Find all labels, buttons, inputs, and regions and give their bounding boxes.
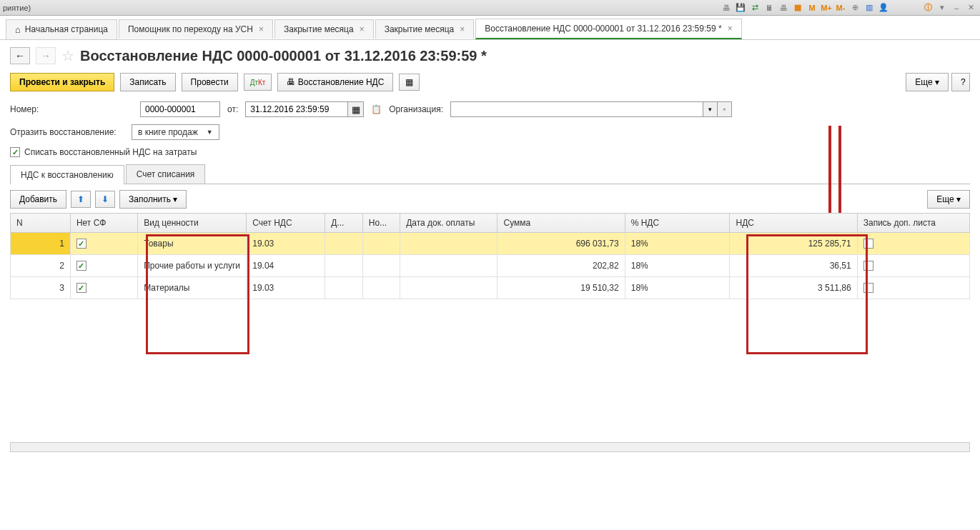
move-up-button[interactable]: ⬆ [71,191,91,208]
row-checkbox[interactable] [76,283,86,293]
debit-credit-button[interactable]: ДтКт [244,74,272,91]
back-button[interactable]: ← [10,47,30,64]
col-nds[interactable]: НДС [730,214,857,233]
row-rec-checkbox[interactable] [863,239,873,249]
info-icon[interactable]: ⓘ [921,1,934,14]
compare-icon[interactable]: ⇄ [748,1,761,14]
more-button[interactable]: Еще ▾ [906,73,949,91]
writeoff-checkbox[interactable] [10,147,20,157]
help-button[interactable]: ? [951,73,970,91]
number-input[interactable] [140,101,220,117]
close-icon[interactable]: × [259,24,264,34]
col-d[interactable]: Д... [325,214,362,233]
user-icon[interactable]: 👤 [877,1,890,14]
m-plus-icon[interactable]: M+ [820,1,833,14]
col-nosf[interactable]: Нет СФ [70,214,137,233]
dropdown-icon[interactable]: ▾ [936,1,949,14]
row-checkbox[interactable] [76,239,86,249]
inner-tab-vat[interactable]: НДС к восстановлению [10,165,124,184]
close-icon[interactable]: ✕ [964,1,977,14]
table-row[interactable]: 1Товары19.03696 031,7318%125 285,71 [11,233,970,255]
tab-usn-helper[interactable]: Помощник по переходу на УСН × [119,19,273,39]
fill-button[interactable]: Заполнить ▾ [119,190,187,209]
post-and-close-button[interactable]: Провести и закрыть [10,73,114,91]
save-icon[interactable]: 💾 [734,1,747,14]
favorite-icon[interactable]: ☆ [61,47,74,64]
writeoff-label: Списать восстановленный НДС на затраты [24,147,197,157]
print-button[interactable]: 🖶 Восстановление НДС [277,73,393,91]
clipboard-icon[interactable]: 📋 [371,104,382,114]
zoom-icon[interactable]: ⊕ [848,1,861,14]
chevron-down-icon: ▼ [207,129,213,136]
minimize-icon[interactable]: – [950,1,963,14]
reflect-label: Отразить восстановление: [10,127,124,137]
print2-icon[interactable]: 🖶 [777,1,790,14]
system-icons: 🖶 💾 ⇄ 🖩 🖶 ▦ M M+ M- ⊕ ▥ 👤 ⓘ ▾ – ✕ [720,1,977,14]
horizontal-scrollbar[interactable] [10,442,970,452]
print-icon[interactable]: 🖶 [720,1,733,14]
close-icon[interactable]: × [460,24,465,34]
panels-icon[interactable]: ▥ [863,1,876,14]
table-row[interactable]: 3Материалы19.0319 510,3218%3 511,86 [11,277,970,299]
number-label: Номер: [10,104,46,114]
org-label: Организация: [389,104,443,114]
tabs-bar: ⌂ Начальная страница Помощник по переход… [0,16,980,40]
move-down-button[interactable]: ⬇ [95,191,115,208]
row-checkbox[interactable] [76,261,86,271]
org-open-button[interactable]: ▫ [718,101,732,117]
m-icon[interactable]: M [806,1,818,14]
home-tab-label: Начальная страница [25,24,108,34]
m-minus-icon[interactable]: M- [834,1,847,14]
tab-month-close-2[interactable]: Закрытие месяца × [375,19,475,39]
system-toolbar: риятие) 🖶 💾 ⇄ 🖩 🖶 ▦ M M+ M- ⊕ ▥ 👤 ⓘ ▾ – … [0,0,980,16]
inner-tab-account[interactable]: Счет списания [126,164,206,184]
structure-button[interactable]: ▦ [399,74,420,91]
col-pct[interactable]: % НДС [625,214,730,233]
table-more-button[interactable]: Еще ▾ [927,190,970,209]
org-input[interactable] [450,101,703,117]
col-acc[interactable]: Счет НДС [247,214,325,233]
col-sum[interactable]: Сумма [498,214,625,233]
table-row[interactable]: 2Прочие работы и услуги19.04202,8218%36,… [11,255,970,277]
col-type[interactable]: Вид ценности [138,214,247,233]
reflect-select[interactable]: в книге продаж ▼ [132,124,219,140]
close-icon[interactable]: × [728,24,733,34]
home-tab[interactable]: ⌂ Начальная страница [6,19,117,39]
date-label: от: [227,104,238,114]
post-button[interactable]: Провести [182,73,238,91]
col-n[interactable]: N [11,214,71,233]
org-dropdown-button[interactable]: ▾ [703,101,718,117]
col-no[interactable]: Но... [362,214,400,233]
home-icon: ⌂ [15,24,21,35]
vat-table: N Нет СФ Вид ценности Счет НДС Д... Но..… [10,213,970,299]
col-date[interactable]: Дата док. оплаты [400,214,498,233]
add-button[interactable]: Добавить [10,190,66,209]
forward-button[interactable]: → [36,47,56,64]
date-input[interactable] [245,101,348,117]
save-button[interactable]: Записать [120,73,175,91]
close-icon[interactable]: × [360,24,365,34]
calendar-icon[interactable]: ▦ [791,1,804,14]
calculator-icon[interactable]: 🖩 [763,1,776,14]
row-rec-checkbox[interactable] [863,261,873,271]
tab-month-close-1[interactable]: Закрытие месяца × [274,19,374,39]
row-rec-checkbox[interactable] [863,283,873,293]
tab-vat-restore[interactable]: Восстановление НДС 0000-000001 от 31.12.… [475,19,741,39]
col-rec[interactable]: Запись доп. листа [857,214,969,233]
calendar-button[interactable]: ▦ [348,101,364,117]
page-title: Восстановление НДС 0000-000001 от 31.12.… [80,48,487,64]
window-title-fragment: риятие) [3,4,31,12]
